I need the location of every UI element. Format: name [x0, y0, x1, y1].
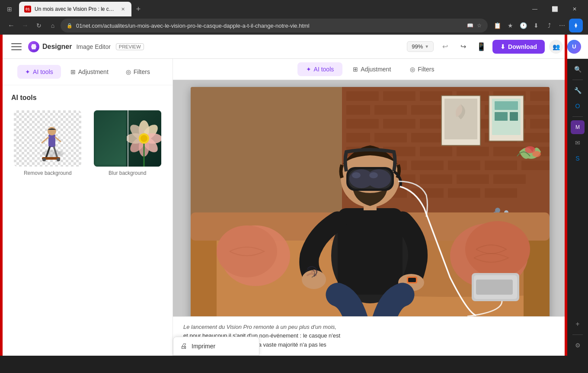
- designer-logo-icon: [28, 41, 40, 53]
- back-button[interactable]: ←: [5, 19, 17, 32]
- svg-rect-44: [374, 133, 407, 142]
- article-text-line1: Le lancement du Vision Pro remonte à un …: [183, 323, 557, 332]
- canvas-tab-filters-label: Filters: [418, 66, 434, 73]
- app-name-label: Designer: [42, 43, 72, 51]
- canvas-tab-ai-label: AI tools: [314, 66, 334, 73]
- svg-rect-42: [530, 119, 550, 129]
- blur-bg-preview: [94, 110, 161, 167]
- browser-settings-icon[interactable]: ⋯: [556, 19, 568, 32]
- svg-line-10: [42, 137, 48, 143]
- canvas-tab-ai-tools[interactable]: ✦ AI tools: [297, 62, 343, 76]
- svg-rect-33: [411, 105, 444, 115]
- tab-adjustment-label: Adjustment: [78, 68, 109, 75]
- tab-title: Un mois avec le Vision Pro : le ca...: [35, 6, 116, 12]
- redo-button[interactable]: ↪: [456, 40, 470, 54]
- svg-rect-30: [530, 91, 550, 101]
- svg-rect-43: [346, 133, 370, 142]
- tab-filters[interactable]: ◎ Filters: [118, 65, 158, 79]
- svg-point-2: [42, 150, 64, 157]
- refresh-button[interactable]: ↻: [33, 19, 45, 32]
- skype-edge-icon[interactable]: S: [571, 151, 585, 165]
- mobile-preview-button[interactable]: 📱: [474, 40, 488, 54]
- remove-background-tool[interactable]: Remove background: [11, 110, 84, 176]
- svg-point-8: [42, 158, 46, 161]
- svg-point-102: [352, 172, 361, 178]
- extensions-icon[interactable]: ⊞: [3, 3, 16, 15]
- download-icon: ⬇: [500, 43, 505, 50]
- main-content: ✦ AI tools ⊞ Adjustment ◎ Filters AI too…: [0, 59, 588, 356]
- mail-edge-icon[interactable]: ✉: [571, 136, 585, 150]
- browser-settings-edge-icon[interactable]: ⚙: [571, 338, 585, 352]
- tools-edge-icon[interactable]: 🔧: [571, 84, 585, 97]
- svg-rect-58: [448, 161, 480, 170]
- svg-rect-51: [420, 147, 452, 156]
- svg-point-21: [141, 135, 147, 142]
- search-edge-icon[interactable]: 🔍: [571, 62, 585, 76]
- edge-sep3: [572, 334, 583, 335]
- close-button[interactable]: ✕: [565, 2, 585, 16]
- forward-button[interactable]: →: [19, 19, 31, 32]
- canvas-tab-adjustment[interactable]: ⊞ Adjustment: [344, 62, 399, 76]
- share-button[interactable]: 👥: [549, 40, 563, 54]
- svg-rect-52: [457, 147, 489, 156]
- svg-point-90: [465, 221, 530, 277]
- print-label[interactable]: Imprimer: [192, 343, 215, 350]
- svg-rect-76: [495, 101, 518, 110]
- canvas-tab-filters[interactable]: ◎ Filters: [401, 62, 443, 76]
- copilot-icon[interactable]: [569, 19, 583, 32]
- remove-bg-preview: [14, 110, 81, 167]
- svg-point-9: [57, 158, 60, 161]
- new-tab-button[interactable]: +: [131, 2, 145, 16]
- download-button[interactable]: ⬇ Download: [492, 40, 545, 54]
- home-button[interactable]: ⌂: [47, 19, 59, 32]
- svg-rect-78: [510, 112, 518, 121]
- browser-chrome: ⊞ 01 Un mois avec le Vision Pro : le ca.…: [0, 0, 588, 35]
- svg-rect-70: [485, 188, 517, 198]
- tab-close-button[interactable]: ✕: [119, 6, 126, 13]
- remove-bg-label: Remove background: [24, 170, 72, 176]
- reader-icon[interactable]: 📖: [467, 23, 473, 29]
- browser-tab-active[interactable]: 01 Un mois avec le Vision Pro : le ca...…: [19, 2, 131, 16]
- tab-adjustment[interactable]: ⊞ Adjustment: [63, 65, 116, 79]
- window-controls: — ⬜ ✕: [525, 2, 585, 16]
- svg-rect-37: [346, 119, 379, 129]
- blur-background-tool[interactable]: Blur background: [91, 110, 164, 176]
- sidebar-content-area: AI tools: [3, 85, 173, 356]
- zoom-control[interactable]: 99% ▼: [407, 41, 434, 52]
- address-bar-row: ← → ↻ ⌂ 🔒 01net.com/actualites/un-mois-a…: [0, 16, 588, 35]
- undo-button[interactable]: ↩: [438, 40, 452, 54]
- svg-point-88: [217, 225, 277, 277]
- user-avatar[interactable]: U: [567, 40, 581, 54]
- tools-grid: Remove background: [11, 110, 164, 176]
- favorites-bar-icon[interactable]: ★: [504, 19, 516, 32]
- hamburger-button[interactable]: [10, 40, 23, 54]
- chevron-down-icon: ▼: [425, 44, 429, 49]
- add-edge-icon[interactable]: +: [571, 317, 585, 331]
- canvas-tab-adjustment-label: Adjustment: [361, 66, 391, 73]
- vision-pro-photo: [191, 87, 550, 316]
- svg-rect-60: [521, 161, 550, 170]
- maximize-button[interactable]: ⬜: [545, 2, 565, 16]
- sidebar-tab-bar: ✦ AI tools ⊞ Adjustment ◎ Filters: [3, 59, 173, 85]
- history-icon[interactable]: 🕐: [517, 19, 529, 32]
- tab-bar: ⊞ 01 Un mois avec le Vision Pro : le ca.…: [0, 0, 588, 16]
- tab-ai-tools[interactable]: ✦ AI tools: [17, 65, 61, 79]
- canvas-filters-icon: ◎: [410, 66, 415, 73]
- share-browser-icon[interactable]: ⤴: [543, 19, 555, 32]
- main-image: [191, 87, 550, 316]
- canvas-ai-icon: ✦: [306, 66, 311, 73]
- svg-rect-59: [485, 161, 517, 170]
- zoom-level-text: 99%: [412, 43, 423, 50]
- favorites-icon[interactable]: ☆: [477, 23, 482, 29]
- outlook-edge-icon[interactable]: O: [571, 99, 585, 113]
- profile-edge-icon[interactable]: M: [571, 120, 585, 134]
- blur-bg-label: Blur background: [109, 170, 146, 176]
- downloads-icon[interactable]: ⬇: [530, 19, 542, 32]
- collections-icon[interactable]: 📋: [491, 19, 503, 32]
- minimize-button[interactable]: —: [525, 2, 545, 16]
- preview-badge: PREVIEW: [116, 43, 144, 50]
- adjustment-icon: ⊞: [70, 68, 76, 75]
- lock-icon: 🔒: [67, 23, 73, 29]
- left-sidebar: ✦ AI tools ⊞ Adjustment ◎ Filters AI too…: [0, 59, 173, 356]
- address-bar[interactable]: 🔒 01net.com/actualites/un-mois-avec-le-v…: [61, 19, 488, 32]
